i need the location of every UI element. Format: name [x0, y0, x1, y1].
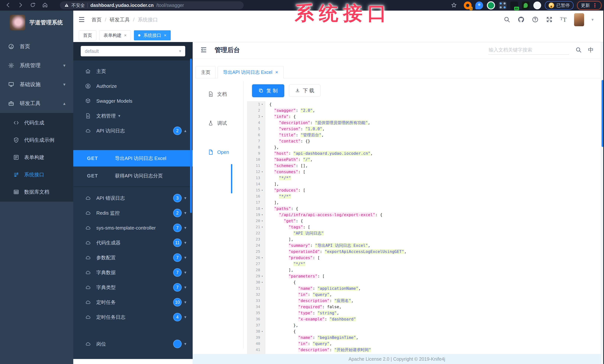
- line-number[interactable]: 31: [247, 285, 265, 291]
- fold-toggle-icon[interactable]: ▾: [261, 113, 264, 120]
- line-number[interactable]: 20▾: [247, 218, 265, 224]
- breadcrumb-item[interactable]: 系统接口: [138, 16, 158, 23]
- line-number[interactable]: 29▾: [247, 273, 265, 279]
- line-number[interactable]: 24: [247, 242, 265, 249]
- swagger-menu-字典数据[interactable]: 字典数据7▾: [73, 265, 193, 280]
- line-number[interactable]: 23: [247, 236, 265, 242]
- fold-toggle-icon[interactable]: ▾: [261, 255, 264, 261]
- sidebar-item-基础设施[interactable]: 基础设施▾: [0, 75, 73, 94]
- swagger-menu-参数配置[interactable]: 参数配置7▾: [73, 250, 193, 265]
- extension-icon[interactable]: [499, 1, 506, 9]
- line-number[interactable]: 12▾: [247, 169, 265, 175]
- line-number[interactable]: 30▾: [247, 279, 265, 285]
- sidebar-scrollbar-thumb[interactable]: [190, 59, 192, 213]
- fold-toggle-icon[interactable]: ▾: [261, 328, 264, 334]
- line-number[interactable]: 25: [247, 249, 265, 255]
- browser-forward-icon[interactable]: [16, 1, 25, 10]
- line-number[interactable]: 36: [247, 316, 265, 322]
- line-number[interactable]: 27: [247, 261, 265, 267]
- fold-toggle-icon[interactable]: ▾: [261, 218, 264, 224]
- line-number[interactable]: 33: [247, 298, 265, 304]
- extension-icon[interactable]: [475, 1, 483, 9]
- close-icon[interactable]: ×: [164, 33, 166, 38]
- avatar[interactable]: [574, 13, 584, 26]
- line-number[interactable]: 1▾: [247, 101, 265, 107]
- browser-back-icon[interactable]: [3, 1, 13, 10]
- fullscreen-icon[interactable]: [546, 16, 553, 24]
- tag-系统接口[interactable]: 系统接口×: [134, 30, 171, 40]
- fold-toggle-icon[interactable]: ▾: [261, 273, 264, 279]
- extension-icon[interactable]: 1: [464, 1, 472, 9]
- swagger-menu-主页[interactable]: 主页▾: [73, 64, 193, 79]
- paused-badge[interactable]: 已暂停: [545, 1, 574, 10]
- line-number[interactable]: 7: [247, 138, 265, 144]
- search-icon[interactable]: [503, 16, 510, 24]
- swagger-menu-Swagger Models[interactable]: Swagger Models▾: [73, 94, 193, 108]
- line-number[interactable]: 32: [247, 291, 265, 298]
- tab-导出API 访问日志 Excel[interactable]: 导出API 访问日志 Excel×: [218, 66, 284, 78]
- line-number[interactable]: 38▾: [247, 328, 265, 334]
- browser-reload-icon[interactable]: [28, 1, 38, 10]
- download-button[interactable]: 下 载: [289, 85, 321, 97]
- extension-icon[interactable]: [487, 1, 495, 10]
- line-number[interactable]: 11: [247, 163, 265, 169]
- doc-menu-文档[interactable]: 文档: [193, 88, 243, 100]
- swagger-menu-API 访问日志[interactable]: API 访问日志2▴: [73, 123, 193, 138]
- browser-home-icon[interactable]: [40, 1, 50, 10]
- line-number[interactable]: 14: [247, 181, 265, 187]
- line-number[interactable]: 37: [247, 322, 265, 328]
- line-number[interactable]: 9: [247, 150, 265, 156]
- fold-toggle-icon[interactable]: ▾: [261, 205, 264, 212]
- swagger-menu-文档管理[interactable]: 文档管理▾: [73, 108, 193, 123]
- line-number[interactable]: 39: [247, 334, 265, 340]
- bookmark-star-icon[interactable]: [451, 2, 457, 9]
- sidebar-subitem-系统接口[interactable]: 系统接口: [0, 166, 73, 183]
- update-button[interactable]: 更新 ⋮: [577, 1, 601, 10]
- address-bar[interactable]: 不安全 dashboard.yudao.iocoder.cn/tool/swag…: [60, 1, 244, 9]
- line-number[interactable]: 26▾: [247, 255, 265, 261]
- user-menu-caret-icon[interactable]: ▾: [591, 17, 594, 22]
- swagger-menu-字典类型[interactable]: 字典类型7▾: [73, 280, 193, 295]
- line-number[interactable]: 5: [247, 126, 265, 132]
- swagger-menu-Authorize[interactable]: Authorize▾: [73, 79, 193, 94]
- close-icon[interactable]: ×: [275, 69, 278, 75]
- font-size-icon[interactable]: TT: [560, 16, 567, 23]
- sidebar-subitem-代码生成[interactable]: 代码生成: [0, 114, 73, 131]
- line-number[interactable]: 40: [247, 340, 265, 347]
- fold-toggle-icon[interactable]: ▾: [261, 224, 264, 230]
- swagger-menu-sys-sms-template-controller[interactable]: sys-sms-template-controller7▾: [73, 220, 193, 235]
- api-group-select[interactable]: default ▾: [81, 46, 185, 56]
- line-number[interactable]: 15▾: [247, 187, 265, 193]
- app-logo-row[interactable]: 芋道管理系统: [0, 11, 73, 32]
- tag-首页[interactable]: 首页: [79, 30, 96, 40]
- sidebar-subitem-表单构建[interactable]: 表单构建: [0, 149, 73, 166]
- swagger-menu-定时任务日志[interactable]: 定时任务日志4▾: [73, 310, 193, 325]
- swagger-menu-岗位[interactable]: 岗位▾: [73, 337, 193, 351]
- doc-menu-fold-icon[interactable]: [200, 46, 207, 54]
- fold-toggle-icon[interactable]: ▾: [261, 101, 264, 107]
- line-number[interactable]: 35: [247, 310, 265, 316]
- swagger-menu-代码生成器[interactable]: 代码生成器11▾: [73, 235, 193, 250]
- line-number[interactable]: 4: [247, 120, 265, 126]
- line-number[interactable]: 34: [247, 304, 265, 310]
- tab-主页[interactable]: 主页: [196, 66, 216, 78]
- line-number[interactable]: 18▾: [247, 205, 265, 212]
- breadcrumb-item[interactable]: 首页: [91, 16, 101, 23]
- sidebar-item-系统管理[interactable]: 系统管理▾: [0, 56, 73, 75]
- extension-icon[interactable]: 6h: [510, 1, 518, 9]
- line-number[interactable]: 41: [247, 347, 265, 353]
- doc-menu-调试[interactable]: 调试: [193, 118, 243, 129]
- extension-icon[interactable]: [522, 1, 530, 9]
- line-number[interactable]: 2: [247, 107, 265, 113]
- github-icon[interactable]: [518, 16, 524, 24]
- swagger-menu-API 错误日志[interactable]: API 错误日志3▾: [73, 191, 193, 205]
- line-number[interactable]: 22: [247, 230, 265, 236]
- fold-toggle-icon[interactable]: ▾: [261, 212, 264, 218]
- json-code-editor[interactable]: 1▾{2 "swagger": "2.0",3▾ "info": {4 "des…: [247, 101, 597, 354]
- sidebar-subitem-代码生成示例[interactable]: 代码生成示例: [0, 131, 73, 149]
- help-icon[interactable]: [532, 16, 539, 24]
- line-number[interactable]: 17: [247, 199, 265, 205]
- doc-menu-Open[interactable]: Open: [193, 147, 243, 158]
- close-icon[interactable]: ×: [124, 33, 127, 38]
- sidebar-item-研发工具[interactable]: 研发工具▴: [0, 94, 73, 113]
